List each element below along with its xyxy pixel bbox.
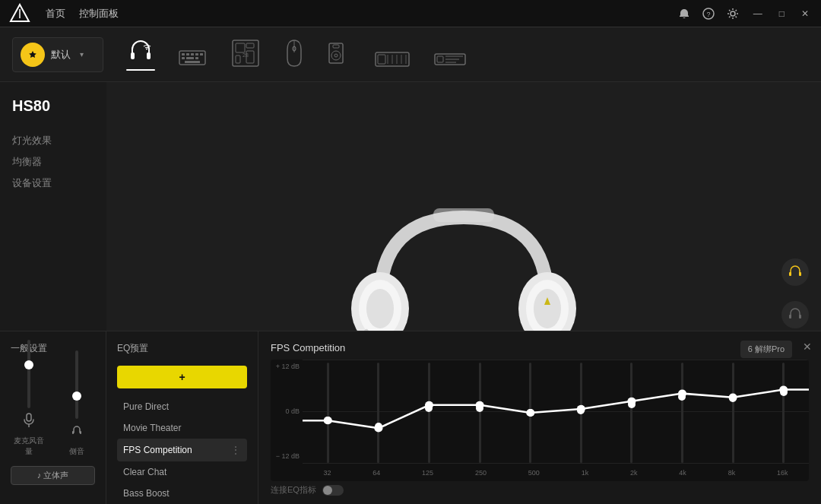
profile-selector[interactable]: 默认 ▾ (12, 37, 103, 72)
svg-point-28 (331, 51, 341, 60)
eq-close-button[interactable]: ✕ (803, 341, 812, 353)
eq-preset-badge: 6 解绑Pro (740, 341, 792, 358)
titlebar-nav: 首页 控制面板 (46, 7, 119, 21)
maximize-button[interactable]: □ (776, 8, 788, 19)
svg-rect-32 (378, 55, 385, 64)
preset-fps-competition[interactable]: FPS Competition ⋮ (117, 439, 247, 461)
eq-link-label: 连接EQ指标 (271, 484, 316, 496)
eq-band-2k[interactable] (607, 363, 658, 463)
eq-band-8k[interactable] (708, 363, 759, 463)
freq-1k: 1k (582, 469, 589, 477)
eq-band-1k-thumb[interactable] (577, 407, 585, 414)
nav-home[interactable]: 首页 (46, 7, 65, 21)
svg-rect-13 (195, 53, 198, 55)
sidebar-item-settings[interactable]: 设备设置 (12, 173, 94, 194)
eq-band-4k-thumb[interactable] (678, 393, 686, 401)
mic-volume-thumb[interactable] (24, 360, 33, 369)
device-icon-headset[interactable] (126, 39, 155, 71)
eq-band-125-thumb[interactable] (425, 404, 433, 412)
freq-16k: 16k (777, 469, 788, 477)
svg-rect-39 (437, 56, 443, 62)
eq-band-250-thumb[interactable] (476, 404, 483, 412)
side-tone-thumb[interactable] (72, 391, 81, 401)
eq-band-64[interactable] (353, 363, 404, 463)
eq-chart-title: FPS Competition (271, 342, 809, 353)
device-icon-7[interactable] (433, 51, 467, 71)
eq-band-32-thumb[interactable] (324, 417, 331, 424)
side-tone-col: 侧音 (59, 350, 96, 457)
eq-sliders-row (303, 363, 809, 463)
mic-volume-col: 麦克风音量 (11, 340, 47, 457)
grid-label-top: + 12 dB (271, 363, 303, 370)
question-icon[interactable]: ? (702, 7, 715, 21)
eq-band-1k[interactable] (556, 363, 607, 463)
device-icon-keyboard[interactable] (178, 46, 207, 71)
mic-volume-slider[interactable] (27, 340, 30, 408)
preset-menu-dots[interactable]: ⋮ (230, 444, 241, 456)
preset-clear-chat[interactable]: Clear Chat (117, 461, 247, 483)
eq-band-250[interactable] (455, 363, 506, 463)
preset-pure-direct[interactable]: Pure Direct (117, 396, 247, 417)
svg-rect-30 (333, 45, 339, 48)
eq-band-8k-thumb[interactable] (729, 395, 737, 402)
svg-rect-11 (186, 53, 189, 55)
minimize-button[interactable]: — (750, 8, 766, 19)
eq-band-2k-thumb[interactable] (628, 401, 636, 408)
titlebar: 首页 控制面板 ? — □ ✕ (0, 0, 821, 27)
eq-band-500-thumb[interactable] (527, 409, 534, 417)
eq-freq-labels: 32 64 125 250 500 1k 2k 4k 8k 16k (303, 464, 809, 481)
preset-bass-boost[interactable]: Bass Boost (117, 483, 247, 504)
svg-point-29 (334, 54, 338, 57)
eq-band-16k[interactable] (758, 363, 809, 463)
freq-8k: 8k (728, 469, 736, 477)
eq-band-32[interactable] (303, 363, 353, 463)
profile-icon (21, 43, 45, 67)
eq-band-4k[interactable] (657, 363, 708, 463)
mic-icon (23, 413, 35, 431)
svg-rect-12 (191, 53, 194, 55)
eq-link-toggle[interactable] (322, 485, 344, 496)
preset-movie-theater[interactable]: Movie Theater (117, 417, 247, 439)
svg-rect-6 (131, 52, 135, 59)
freq-4k: 4k (679, 469, 686, 477)
freq-125: 125 (422, 469, 433, 477)
device-icon-mouse[interactable] (284, 39, 304, 71)
mini-icon-headset-active[interactable] (781, 258, 809, 286)
device-icon-6[interactable] (374, 51, 410, 71)
sliders-row: 麦克风音量 侧音 (11, 366, 95, 457)
freq-64: 64 (372, 469, 380, 477)
svg-rect-15 (182, 57, 185, 59)
svg-rect-54 (789, 315, 791, 319)
eq-chart-area: + 12 dB 0 dB − 12 dB (271, 360, 809, 481)
eq-band-125[interactable] (404, 363, 455, 463)
svg-rect-14 (200, 53, 203, 55)
device-title: HS80 (12, 97, 94, 115)
svg-rect-59 (80, 431, 81, 434)
nav-control-panel[interactable]: 控制面板 (79, 7, 119, 21)
device-icons-row: 28 (126, 39, 809, 71)
chevron-down-icon: ▾ (80, 50, 84, 59)
freq-2k: 2k (630, 469, 638, 477)
add-preset-button[interactable]: + (117, 366, 247, 388)
grid-line-top (303, 360, 809, 360)
svg-text:?: ? (706, 11, 710, 18)
svg-rect-22 (236, 55, 240, 63)
freq-500: 500 (528, 469, 540, 477)
svg-rect-20 (236, 43, 245, 52)
eq-band-500[interactable] (505, 363, 556, 463)
device-icon-speaker[interactable] (327, 39, 351, 71)
eq-band-64-thumb[interactable] (375, 423, 382, 430)
sidebar-item-lighting[interactable]: 灯光效果 (12, 130, 94, 151)
bell-icon[interactable] (677, 7, 691, 21)
mini-icon-headset[interactable] (781, 301, 809, 328)
sidebar-item-equalizer[interactable]: 均衡器 (12, 151, 94, 173)
device-icon-motherboard[interactable]: 28 (230, 39, 262, 71)
eq-band-16k-thumb[interactable] (780, 388, 788, 396)
close-button[interactable]: ✕ (798, 8, 812, 19)
side-tone-slider[interactable] (75, 350, 78, 419)
eq-preset-panel: EQ预置 + Pure Direct Movie Theater FPS Com… (106, 331, 258, 504)
profile-name: 默认 (51, 48, 71, 62)
freq-32: 32 (323, 469, 331, 477)
stereo-button[interactable]: ♪ 立体声 (11, 466, 95, 485)
gear-icon[interactable] (726, 7, 740, 21)
